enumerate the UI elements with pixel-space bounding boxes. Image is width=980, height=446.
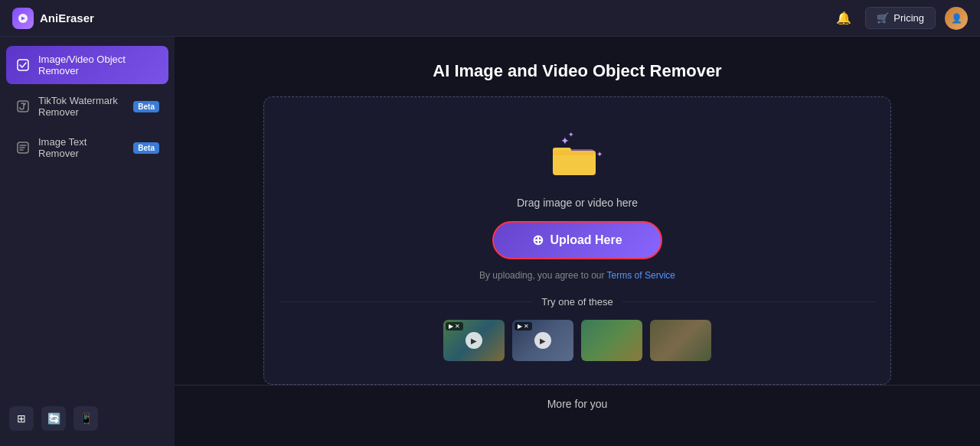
video-indicator: ▶ ✕ [446, 322, 463, 330]
beta-badge: Beta [133, 142, 159, 154]
app-header: AniEraser 🔔 🛒 Pricing 👤 [0, 0, 980, 37]
upload-here-button[interactable]: ⊕ Upload Here [492, 221, 662, 259]
pricing-label: Pricing [893, 12, 924, 24]
try-divider: Try one of these [279, 296, 875, 308]
sidebar: Image/Video Object Remover TikTok Waterm… [0, 37, 175, 446]
upload-button-label: Upload Here [550, 233, 622, 247]
header-right: 🔔 🛒 Pricing 👤 [831, 6, 968, 31]
terms-of-service-link[interactable]: Terms of Service [607, 270, 675, 281]
grid-icon[interactable]: ⊞ [9, 406, 34, 431]
svg-rect-1 [18, 60, 28, 70]
app-body: Image/Video Object Remover TikTok Waterm… [0, 37, 980, 446]
user-avatar[interactable]: 👤 [945, 7, 968, 30]
pricing-button[interactable]: 🛒 Pricing [865, 7, 936, 29]
main-content: AI Image and Video Object Remover ✦ ✦ ✦ [175, 37, 980, 446]
notification-button[interactable]: 🔔 [831, 6, 856, 31]
terms-text: By uploading, you agree to our Terms of … [479, 270, 675, 281]
cart-icon: 🛒 [877, 12, 889, 24]
sidebar-item-label: Image Text Remover [38, 136, 126, 159]
sidebar-item-label: Image/Video Object Remover [38, 54, 159, 77]
sidebar-item-label: TikTok Watermark Remover [38, 95, 126, 118]
tiktok-icon [15, 99, 31, 114]
try-label: Try one of these [541, 296, 612, 308]
drag-text: Drag image or video here [517, 197, 638, 209]
sidebar-nav: Image/Video Object Remover TikTok Waterm… [6, 46, 168, 170]
play-icon: ▶ [534, 332, 551, 349]
ios-icon[interactable]: 📱 [74, 406, 98, 431]
sample-thumbnails: ▶ ✕ ▶ ▶ ✕ ▶ [443, 320, 711, 361]
app-logo-icon [12, 8, 34, 29]
sample-thumb-4[interactable] [650, 320, 711, 361]
beta-badge: Beta [133, 101, 159, 112]
page-title: AI Image and Video Object Remover [433, 61, 721, 81]
header-left: AniEraser [12, 8, 94, 29]
sample-thumb-3[interactable] [581, 320, 642, 361]
svg-rect-2 [18, 101, 28, 112]
text-remover-icon [15, 140, 31, 155]
svg-text:✦: ✦ [596, 150, 603, 158]
sidebar-item-image-video-object-remover[interactable]: Image/Video Object Remover [6, 46, 168, 84]
sample-thumb-1[interactable]: ▶ ✕ ▶ [443, 320, 505, 361]
app-name-label: AniEraser [40, 11, 94, 24]
divider-left [279, 301, 532, 302]
folder-icon: ✦ ✦ ✦ [547, 128, 608, 181]
sidebar-bottom-icons: ⊞ 🔄 📱 [6, 400, 168, 437]
svg-rect-9 [553, 151, 596, 155]
more-for-you-section: More for you [175, 385, 980, 422]
swap-icon[interactable]: 🔄 [41, 406, 66, 431]
more-for-you-label: More for you [547, 398, 608, 410]
svg-text:✦: ✦ [568, 131, 574, 138]
upload-drop-zone[interactable]: ✦ ✦ ✦ Drag image or video here ⊕ Upload … [263, 96, 891, 385]
divider-right [622, 301, 875, 302]
sidebar-item-tiktok-watermark-remover[interactable]: TikTok Watermark Remover Beta [6, 87, 168, 125]
plus-circle-icon: ⊕ [532, 232, 544, 249]
video-indicator: ▶ ✕ [514, 322, 532, 330]
sample-thumb-2[interactable]: ▶ ✕ ▶ [512, 320, 573, 361]
sidebar-item-image-text-remover[interactable]: Image Text Remover Beta [6, 129, 168, 167]
object-remover-icon [15, 57, 31, 73]
terms-prefix: By uploading, you agree to our [479, 270, 604, 281]
play-icon: ▶ [466, 332, 482, 349]
